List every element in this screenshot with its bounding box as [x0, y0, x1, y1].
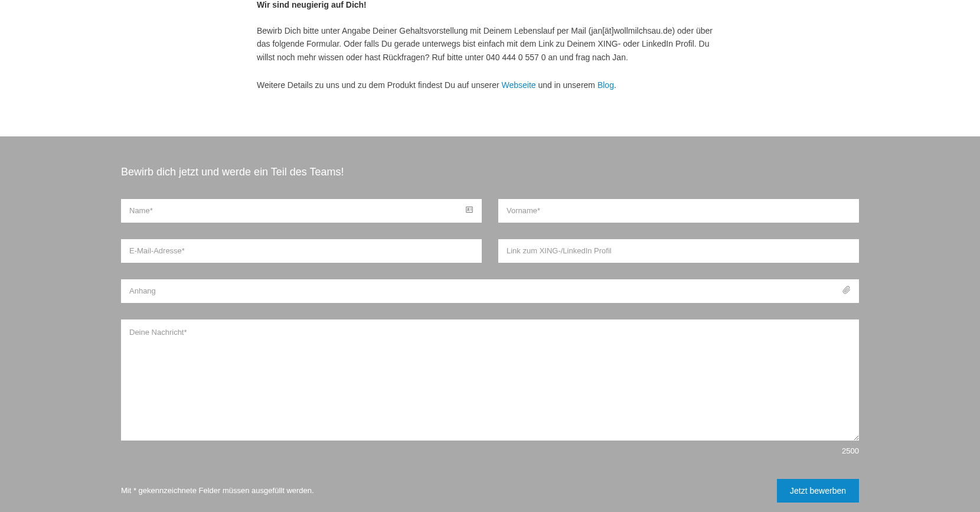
form-row-name	[121, 199, 859, 223]
intro-paragraph-1: Bewirb Dich bitte unter Angabe Deiner Ge…	[257, 24, 723, 64]
intro-heading: Wir sind neugierig auf Dich!	[257, 0, 723, 9]
application-form-section: Bewirb dich jetzt und werde ein Teil des…	[0, 136, 980, 512]
form-row-attachment	[121, 279, 859, 303]
email-input[interactable]	[121, 239, 482, 263]
website-link[interactable]: Webseite	[502, 80, 536, 90]
profile-link-field-wrap	[498, 239, 859, 263]
intro-section: Wir sind neugierig auf Dich! Bewirb Dich…	[245, 0, 735, 136]
name-field-wrap	[121, 199, 482, 223]
attachment-field-wrap	[121, 279, 859, 303]
form-footer: Mit * gekennzeichnete Felder müssen ausg…	[121, 479, 859, 503]
message-field-wrap	[121, 319, 859, 443]
intro-paragraph-2: Weitere Details zu uns und zu dem Produk…	[257, 79, 723, 92]
name-input[interactable]	[121, 199, 482, 223]
vorname-input[interactable]	[498, 199, 859, 223]
form-row-message	[121, 319, 859, 443]
intro-details-suffix: .	[614, 80, 616, 90]
intro-details-mid: und in unserem	[536, 80, 597, 90]
attachment-input[interactable]	[121, 279, 859, 303]
char-counter: 2500	[121, 446, 859, 455]
profile-link-input[interactable]	[498, 239, 859, 263]
intro-details-prefix: Weitere Details zu uns und zu dem Produk…	[257, 80, 502, 90]
form-container: Bewirb dich jetzt und werde ein Teil des…	[109, 166, 871, 503]
blog-link[interactable]: Blog	[597, 80, 614, 90]
email-field-wrap	[121, 239, 482, 263]
submit-button[interactable]: Jetzt bewerben	[777, 479, 859, 503]
message-textarea[interactable]	[121, 319, 859, 441]
required-fields-note: Mit * gekennzeichnete Felder müssen ausg…	[121, 486, 314, 495]
form-title: Bewirb dich jetzt und werde ein Teil des…	[121, 166, 859, 178]
vorname-field-wrap	[498, 199, 859, 223]
form-row-contact	[121, 239, 859, 263]
